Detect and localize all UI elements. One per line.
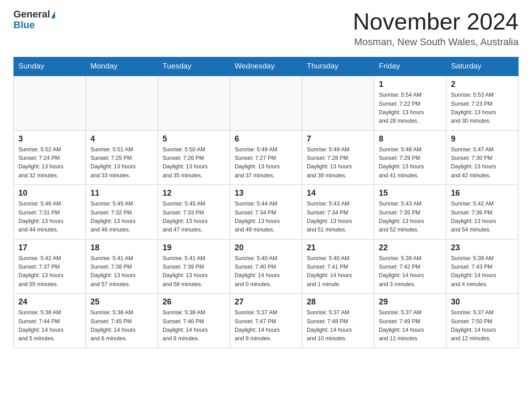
day-info: Sunrise: 5:42 AM Sunset: 7:37 PM Dayligh… (18, 254, 81, 289)
day-number: 20 (235, 243, 297, 253)
day-cell: 25Sunrise: 5:38 AM Sunset: 7:45 PM Dayli… (86, 294, 158, 348)
week-row-1: 1Sunrise: 5:54 AM Sunset: 7:22 PM Daylig… (14, 76, 519, 130)
day-cell: 2Sunrise: 5:53 AM Sunset: 7:23 PM Daylig… (446, 76, 519, 130)
col-sunday: Sunday (14, 57, 86, 76)
day-info: Sunrise: 5:49 AM Sunset: 7:27 PM Dayligh… (235, 146, 297, 180)
day-number: 26 (163, 297, 225, 307)
day-number: 11 (90, 188, 153, 198)
col-monday: Monday (86, 57, 158, 76)
day-number: 12 (163, 188, 225, 198)
day-cell: 15Sunrise: 5:43 AM Sunset: 7:35 PM Dayli… (374, 185, 446, 240)
day-cell: 18Sunrise: 5:41 AM Sunset: 7:38 PM Dayli… (86, 239, 158, 294)
col-friday: Friday (374, 57, 446, 76)
day-info: Sunrise: 5:40 AM Sunset: 7:40 PM Dayligh… (235, 254, 297, 289)
day-number: 7 (307, 134, 369, 144)
day-number: 3 (18, 134, 81, 144)
day-number: 15 (379, 188, 442, 198)
day-number: 4 (90, 134, 153, 144)
day-cell: 24Sunrise: 5:38 AM Sunset: 7:44 PM Dayli… (14, 294, 86, 348)
day-cell (14, 76, 86, 130)
day-number: 18 (90, 243, 153, 253)
week-row-2: 3Sunrise: 5:52 AM Sunset: 7:24 PM Daylig… (14, 130, 519, 185)
day-cell: 22Sunrise: 5:39 AM Sunset: 7:42 PM Dayli… (374, 239, 446, 294)
day-info: Sunrise: 5:45 AM Sunset: 7:33 PM Dayligh… (163, 200, 225, 235)
day-cell: 12Sunrise: 5:45 AM Sunset: 7:33 PM Dayli… (158, 185, 230, 240)
day-number: 27 (235, 297, 297, 307)
day-number: 16 (451, 188, 514, 198)
day-info: Sunrise: 5:38 AM Sunset: 7:46 PM Dayligh… (163, 308, 225, 343)
day-cell: 14Sunrise: 5:43 AM Sunset: 7:34 PM Dayli… (302, 185, 374, 240)
day-info: Sunrise: 5:37 AM Sunset: 7:49 PM Dayligh… (379, 308, 442, 343)
day-cell: 13Sunrise: 5:44 AM Sunset: 7:34 PM Dayli… (230, 185, 302, 240)
day-info: Sunrise: 5:53 AM Sunset: 7:23 PM Dayligh… (451, 91, 514, 126)
day-number: 30 (451, 297, 514, 307)
day-cell: 5Sunrise: 5:50 AM Sunset: 7:26 PM Daylig… (158, 130, 230, 185)
day-cell (230, 76, 302, 130)
day-number: 17 (18, 243, 81, 253)
day-cell: 6Sunrise: 5:49 AM Sunset: 7:27 PM Daylig… (230, 130, 302, 185)
col-saturday: Saturday (446, 57, 519, 76)
day-info: Sunrise: 5:37 AM Sunset: 7:47 PM Dayligh… (235, 308, 297, 343)
day-number: 25 (90, 297, 153, 307)
day-info: Sunrise: 5:37 AM Sunset: 7:50 PM Dayligh… (451, 308, 514, 343)
day-cell: 17Sunrise: 5:42 AM Sunset: 7:37 PM Dayli… (14, 239, 86, 294)
day-info: Sunrise: 5:50 AM Sunset: 7:26 PM Dayligh… (163, 146, 225, 180)
day-cell: 30Sunrise: 5:37 AM Sunset: 7:50 PM Dayli… (446, 294, 519, 348)
day-cell (86, 76, 158, 130)
col-wednesday: Wednesday (230, 57, 302, 76)
day-info: Sunrise: 5:52 AM Sunset: 7:24 PM Dayligh… (18, 146, 81, 180)
day-cell: 8Sunrise: 5:48 AM Sunset: 7:29 PM Daylig… (374, 130, 446, 185)
day-number: 19 (163, 243, 225, 253)
logo-general: General (13, 9, 50, 20)
day-number: 21 (307, 243, 369, 253)
day-cell (302, 76, 374, 130)
logo-triangle-icon (51, 11, 55, 18)
day-number: 8 (379, 134, 442, 144)
logo-area: General Blue (13, 9, 55, 30)
day-cell: 7Sunrise: 5:49 AM Sunset: 7:28 PM Daylig… (302, 130, 374, 185)
logo: General Blue (13, 9, 55, 30)
day-cell: 20Sunrise: 5:40 AM Sunset: 7:40 PM Dayli… (230, 239, 302, 294)
day-number: 24 (18, 297, 81, 307)
day-info: Sunrise: 5:39 AM Sunset: 7:42 PM Dayligh… (379, 254, 442, 289)
day-info: Sunrise: 5:49 AM Sunset: 7:28 PM Dayligh… (307, 146, 369, 180)
week-row-3: 10Sunrise: 5:46 AM Sunset: 7:31 PM Dayli… (14, 185, 519, 240)
day-info: Sunrise: 5:47 AM Sunset: 7:30 PM Dayligh… (451, 146, 514, 180)
day-info: Sunrise: 5:43 AM Sunset: 7:35 PM Dayligh… (379, 200, 442, 235)
day-cell: 11Sunrise: 5:45 AM Sunset: 7:32 PM Dayli… (86, 185, 158, 240)
day-number: 1 (379, 80, 442, 89)
day-number: 14 (307, 188, 369, 198)
day-info: Sunrise: 5:46 AM Sunset: 7:31 PM Dayligh… (18, 200, 81, 235)
day-number: 13 (235, 188, 297, 198)
day-info: Sunrise: 5:51 AM Sunset: 7:25 PM Dayligh… (90, 146, 153, 180)
day-info: Sunrise: 5:44 AM Sunset: 7:34 PM Dayligh… (235, 200, 297, 235)
day-info: Sunrise: 5:48 AM Sunset: 7:29 PM Dayligh… (379, 146, 442, 180)
calendar-table: Sunday Monday Tuesday Wednesday Thursday… (13, 57, 519, 348)
day-cell: 1Sunrise: 5:54 AM Sunset: 7:22 PM Daylig… (374, 76, 446, 130)
day-info: Sunrise: 5:38 AM Sunset: 7:44 PM Dayligh… (18, 308, 81, 343)
week-row-4: 17Sunrise: 5:42 AM Sunset: 7:37 PM Dayli… (14, 239, 519, 294)
day-number: 28 (307, 297, 369, 307)
day-number: 9 (451, 134, 514, 144)
day-cell: 21Sunrise: 5:40 AM Sunset: 7:41 PM Dayli… (302, 239, 374, 294)
day-cell: 23Sunrise: 5:39 AM Sunset: 7:43 PM Dayli… (446, 239, 519, 294)
day-info: Sunrise: 5:42 AM Sunset: 7:36 PM Dayligh… (451, 200, 514, 235)
col-thursday: Thursday (302, 57, 374, 76)
day-cell: 4Sunrise: 5:51 AM Sunset: 7:25 PM Daylig… (86, 130, 158, 185)
title-area: November 2024 Mosman, New South Wales, A… (353, 9, 519, 48)
col-tuesday: Tuesday (158, 57, 230, 76)
day-number: 22 (379, 243, 442, 253)
week-row-5: 24Sunrise: 5:38 AM Sunset: 7:44 PM Dayli… (14, 294, 519, 348)
day-info: Sunrise: 5:45 AM Sunset: 7:32 PM Dayligh… (90, 200, 153, 235)
day-cell: 26Sunrise: 5:38 AM Sunset: 7:46 PM Dayli… (158, 294, 230, 348)
logo-blue: Blue (13, 19, 35, 30)
day-cell: 19Sunrise: 5:41 AM Sunset: 7:39 PM Dayli… (158, 239, 230, 294)
calendar-subtitle: Mosman, New South Wales, Australia (353, 36, 519, 48)
day-info: Sunrise: 5:38 AM Sunset: 7:45 PM Dayligh… (90, 308, 153, 343)
day-cell: 9Sunrise: 5:47 AM Sunset: 7:30 PM Daylig… (446, 130, 519, 185)
day-info: Sunrise: 5:41 AM Sunset: 7:38 PM Dayligh… (90, 254, 153, 289)
day-number: 29 (379, 297, 442, 307)
day-info: Sunrise: 5:37 AM Sunset: 7:48 PM Dayligh… (307, 308, 369, 343)
day-cell (158, 76, 230, 130)
header-row: Sunday Monday Tuesday Wednesday Thursday… (14, 57, 519, 76)
